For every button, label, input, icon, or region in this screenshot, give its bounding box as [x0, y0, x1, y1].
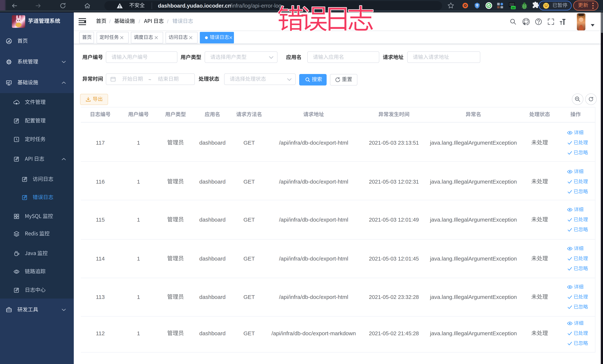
svg-text:on: on	[512, 6, 515, 9]
